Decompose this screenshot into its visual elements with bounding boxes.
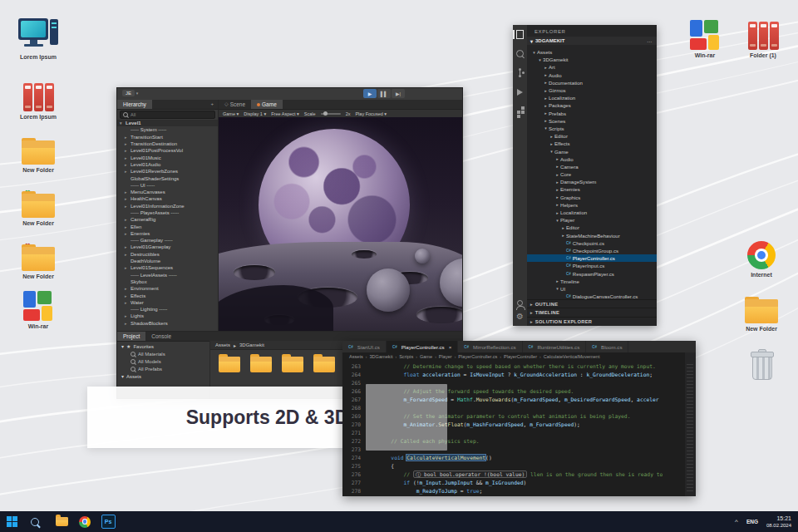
expand-arrow-icon[interactable]: ▸ <box>125 224 131 229</box>
solution-explorer-section[interactable]: ▸SOLUTION EXPLORER <box>527 317 657 326</box>
explorer-folder-item[interactable]: ▸Art <box>527 63 657 71</box>
tab-hierarchy[interactable]: Hierarchy <box>117 100 152 109</box>
explorer-file-item[interactable]: C#CheckpointGroup.cs <box>527 247 657 254</box>
hierarchy-item[interactable]: ----- LevelAssets ----- <box>117 272 218 278</box>
desktop-icon-winrar[interactable]: Win-rar <box>8 289 68 330</box>
hierarchy-item[interactable]: ▸Water <box>117 299 218 306</box>
explorer-folder-item[interactable]: ▸Editor <box>527 224 657 231</box>
explorer-folder-item[interactable]: ▾Player <box>527 216 657 224</box>
asset-folder-icon[interactable] <box>250 357 272 372</box>
expand-arrow-icon[interactable]: ▸ <box>543 88 549 93</box>
taskbar-photoshop-button[interactable]: Ps <box>96 511 120 532</box>
explorer-icon[interactable] <box>515 29 525 40</box>
expand-arrow-icon[interactable]: ▸ <box>125 169 131 174</box>
run-debug-icon[interactable] <box>515 86 525 97</box>
hierarchy-item[interactable]: ----- System ----- <box>117 126 218 133</box>
hierarchy-item[interactable]: ▾Level1 <box>117 120 218 126</box>
pause-button[interactable]: ▌▌ <box>377 89 391 98</box>
explorer-folder-item[interactable]: ▸Helpers <box>527 201 657 209</box>
tab-scene[interactable]: ◇Scene <box>219 100 251 109</box>
explorer-file-item[interactable]: C#Checkpoint.cs <box>527 239 657 247</box>
hierarchy-item[interactable]: ▸HealthCanvas <box>117 195 218 202</box>
expand-arrow-icon[interactable]: ▸ <box>125 286 131 291</box>
hierarchy-item[interactable]: ▸Level01Music <box>117 154 218 160</box>
aspect-dropdown[interactable]: Free Aspect ▾ <box>271 111 299 116</box>
expand-arrow-icon[interactable]: ▸ <box>125 217 131 222</box>
hierarchy-item[interactable]: ▸Level01PostProcessVol <box>117 147 218 154</box>
display-dropdown[interactable]: Display 1 ▾ <box>244 111 266 116</box>
breadcrumb-item[interactable]: Assets <box>349 354 363 359</box>
hierarchy-item[interactable]: ▸MenuCanvases <box>117 189 218 195</box>
explorer-file-item[interactable]: C#PlayerController.cs <box>527 254 657 262</box>
settings-gear-icon[interactable]: ⚙ <box>516 313 524 321</box>
explorer-folder-item[interactable]: ▸Camera <box>527 163 657 170</box>
breadcrumb-item[interactable]: PlayerController.cs <box>458 354 497 359</box>
expand-arrow-icon[interactable]: ▸ <box>554 202 560 207</box>
start-button[interactable] <box>0 511 23 532</box>
tray-chevron-up-icon[interactable]: ^ <box>735 518 738 525</box>
expand-arrow-icon[interactable]: ▸ <box>125 231 131 236</box>
account-icon[interactable] <box>517 300 523 306</box>
expand-arrow-icon[interactable]: ▸ <box>554 180 560 185</box>
tab-game[interactable]: Game <box>251 100 283 109</box>
desktop-icon-folder-1[interactable]: Folder (1) <box>740 18 786 59</box>
expand-arrow-icon[interactable]: ▸ <box>125 300 131 305</box>
explorer-folder-item[interactable]: ▸Enemies <box>527 185 657 193</box>
favorite-item[interactable]: All Models <box>117 357 209 365</box>
taskbar-search-button[interactable] <box>23 511 47 532</box>
minimap[interactable] <box>685 352 696 496</box>
hierarchy-item[interactable]: ▸Level01ReverbZones <box>117 168 218 175</box>
account-button[interactable]: JE <box>122 90 135 96</box>
breadcrumb-item[interactable]: Scripts <box>399 354 413 359</box>
expand-arrow-icon[interactable]: ▸ <box>125 321 131 326</box>
expand-arrow-icon[interactable]: ▸ <box>560 225 566 230</box>
hierarchy-item[interactable]: ▸Ellen <box>117 223 218 229</box>
desktop-icon-new-folder-1[interactable]: New Folder <box>8 134 68 174</box>
project-section-header[interactable]: ▾ 3DGAMEKIT ⋯ <box>527 37 657 45</box>
more-actions-icon[interactable]: ⋯ <box>647 38 657 44</box>
breadcrumb-item[interactable]: PlayerController <box>504 354 537 359</box>
hierarchy-item[interactable]: ▸CameraRig <box>117 216 218 223</box>
favorite-item[interactable]: All Materials <box>117 350 209 357</box>
explorer-folder-item[interactable]: ▸Localization <box>527 94 657 101</box>
hierarchy-item[interactable]: ▸TransitionDestination <box>117 140 218 147</box>
explorer-folder-item[interactable]: ▸StateMachineBehaviour <box>527 232 657 239</box>
explorer-folder-item[interactable]: ▸Timeline <box>527 278 657 285</box>
explorer-folder-item[interactable]: ▸Gizmos <box>527 86 657 94</box>
game-dropdown[interactable]: Game ▾ <box>223 111 239 116</box>
hierarchy-item[interactable]: ▸Effects <box>117 292 218 298</box>
expand-arrow-icon[interactable]: ▾ <box>543 126 549 131</box>
hierarchy-item[interactable]: DeathVolume <box>117 258 218 264</box>
step-button[interactable]: ▶| <box>392 89 405 98</box>
desktop-icon-new-folder-3[interactable]: ♥ New Folder <box>8 240 68 280</box>
play-button[interactable]: ▶ <box>363 89 377 98</box>
explorer-folder-item[interactable]: ▸DamageSystem <box>527 178 657 185</box>
hierarchy-item[interactable]: ▸Level01Gameplay <box>117 244 218 250</box>
expand-arrow-icon[interactable]: ▸ <box>125 155 131 160</box>
expand-arrow-icon[interactable]: ▸ <box>549 134 554 139</box>
explorer-folder-item[interactable]: ▾Scripts <box>527 125 657 132</box>
explorer-file-item[interactable]: C#RespawnPlayer.cs <box>527 269 657 277</box>
hierarchy-item[interactable]: ----- UI ----- <box>117 182 218 189</box>
hierarchy-item[interactable]: ▸Level01Audio <box>117 161 218 168</box>
expand-arrow-icon[interactable]: ▸ <box>543 65 549 70</box>
expand-arrow-icon[interactable]: ▸ <box>125 265 131 270</box>
expand-arrow-icon[interactable]: ▸ <box>554 156 560 161</box>
play-focused-dropdown[interactable]: Play Focused ▾ <box>355 111 387 116</box>
favorites-item[interactable]: ▾★Favorites <box>117 342 209 350</box>
hierarchy-item[interactable]: ▸Environment <box>117 285 218 292</box>
explorer-folder-item[interactable]: ▸Packages <box>527 101 657 109</box>
desktop-icon-lorem-computer[interactable]: Lorem Ipsum <box>8 17 68 61</box>
desktop-icon-new-folder-right[interactable]: New Folder <box>740 293 783 332</box>
hierarchy-item[interactable]: ▸Level01InformationZone <box>117 203 218 209</box>
editor-tab[interactable]: C#RuntimeUtilities.cs <box>523 341 587 352</box>
expand-arrow-icon[interactable]: ▸ <box>560 233 566 238</box>
hierarchy-item[interactable]: ----- Lighting ----- <box>117 306 218 313</box>
hierarchy-item[interactable]: ▸Lights <box>117 313 218 319</box>
taskbar-chrome-button[interactable] <box>73 511 96 532</box>
breadcrumb-item[interactable]: 3DGamekit <box>239 342 264 347</box>
desktop-icon-winrar-top[interactable]: Win-rar <box>683 18 727 59</box>
expand-arrow-icon[interactable]: ▾ <box>531 50 537 55</box>
expand-arrow-icon[interactable]: ▸ <box>554 164 560 169</box>
hierarchy-item[interactable]: ▸ShadowBlockers <box>117 320 218 327</box>
